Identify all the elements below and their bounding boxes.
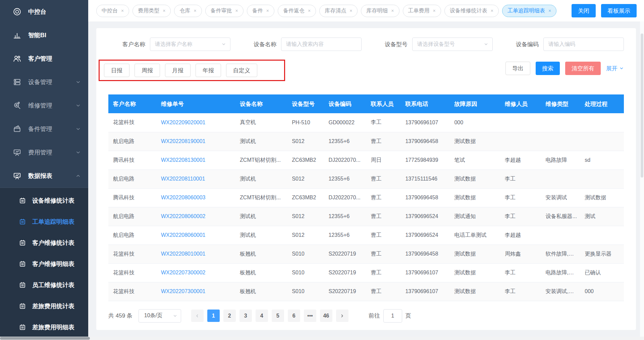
search-button[interactable]: 搜索: [536, 62, 560, 75]
close-tab-icon[interactable]: ×: [391, 8, 394, 13]
vertical-scrollbar[interactable]: [640, 21, 644, 337]
cell-order-no[interactable]: WX202208060001: [156, 226, 235, 245]
page-button-3[interactable]: 3: [239, 310, 252, 322]
sidebar-subitem-travel-expense-stats[interactable]: 差旅费用统计表: [0, 295, 88, 317]
sidebar-item-repair-mgmt[interactable]: 维修管理: [0, 94, 88, 117]
sidebar-item-smart-bi[interactable]: 智能BI: [0, 23, 88, 47]
clear-all-button[interactable]: 清空所有: [565, 62, 601, 75]
cell-repairer: 李工: [500, 207, 541, 226]
page-button-1[interactable]: 1: [207, 310, 220, 322]
sidebar-subitem-label: 客户维修明细表: [32, 260, 74, 268]
cell-contact: 曹工: [366, 169, 400, 188]
close-tab-icon[interactable]: ×: [308, 8, 311, 13]
sidebar-subitem-travel-expense-detail[interactable]: 差旅费用明细表: [0, 317, 88, 338]
report-period-button-1[interactable]: 周报: [135, 64, 160, 77]
expand-toggle[interactable]: 展开: [606, 65, 624, 72]
close-tab-icon[interactable]: ×: [235, 8, 238, 13]
sidebar-item-console[interactable]: 中控台: [0, 0, 88, 23]
cell-customer: 腾讯科技: [108, 188, 156, 207]
sidebar-subitem-device-repair-stats[interactable]: 设备维修统计表: [0, 190, 88, 211]
cell-order-no[interactable]: WX202207300001: [156, 282, 235, 301]
cell-order-no[interactable]: WX202208130001: [156, 151, 235, 169]
page-button-2[interactable]: 2: [223, 310, 236, 322]
sidebar-subitem-work-order-tracking[interactable]: 工单追踪明细表: [0, 211, 88, 232]
cell-order-no[interactable]: WX202207300002: [156, 263, 235, 282]
report-period-button-4[interactable]: 自定义: [226, 64, 257, 77]
cell-order-no[interactable]: WX202208060003: [156, 188, 235, 207]
tab-label: 备件返仓: [283, 7, 305, 14]
table-body: 花篮科技WX202209020001真空机PH-510GD000022李工137…: [108, 113, 624, 301]
cell-repair-type: [541, 169, 580, 188]
cell-process: 测试数据: [580, 188, 624, 207]
board-display-button[interactable]: 看板展示: [601, 4, 637, 17]
customer-name-select[interactable]: 请选择客户名称: [150, 38, 230, 51]
tab-chip[interactable]: 库存清点×: [319, 5, 358, 17]
chevron-down-icon: [484, 42, 488, 47]
cell-order-no[interactable]: WX202208060002: [156, 207, 235, 226]
cell-device-name: 真空机: [235, 113, 287, 132]
cell-order-no[interactable]: WX202208190001: [156, 132, 235, 151]
close-tab-icon[interactable]: ×: [163, 8, 165, 13]
tab-chip[interactable]: 备件审批×: [205, 5, 244, 17]
vertical-scrollbar-thumb[interactable]: [641, 33, 643, 178]
sidebar-subitem-customer-repair-stats[interactable]: 客户维修统计表: [0, 232, 88, 253]
more-pages-button[interactable]: •••: [304, 310, 316, 322]
close-tab-icon[interactable]: ×: [433, 8, 436, 13]
page-button-46[interactable]: 46: [320, 310, 332, 322]
page-button-6[interactable]: 6: [288, 310, 300, 322]
cell-contact: 曹工: [366, 188, 400, 207]
sidebar-subitem-staff-repair-stats[interactable]: 员工维修统计表: [0, 274, 88, 295]
device-name-input[interactable]: [281, 38, 362, 51]
filter-row: 客户名称请选择客户名称设备名称设备型号请选择设备型号设备编码: [108, 38, 624, 51]
page-size-select[interactable]: 10条/页: [139, 309, 181, 323]
next-page-button[interactable]: [336, 310, 348, 322]
cell-contact: 曹工: [366, 132, 400, 151]
close-tab-icon[interactable]: ×: [491, 8, 493, 13]
sidebar-item-device-mgmt[interactable]: 设备管理: [0, 70, 88, 94]
close-tab-icon[interactable]: ×: [194, 8, 196, 13]
tab-chip[interactable]: 备件返仓×: [278, 5, 316, 17]
report-period-button-3[interactable]: 年报: [196, 64, 221, 77]
cell-order-no[interactable]: WX202208010001: [156, 245, 235, 263]
tab-label: 设备维修统计表: [450, 7, 487, 14]
horizontal-scrollbar[interactable]: [0, 337, 644, 340]
cell-order-no[interactable]: WX202209020001: [156, 113, 235, 132]
sidebar-item-data-report[interactable]: 数据报表: [0, 164, 88, 188]
page-button-4[interactable]: 4: [256, 310, 268, 322]
close-button[interactable]: 关闭: [572, 4, 596, 17]
page-button-5[interactable]: 5: [272, 310, 284, 322]
cell-repairer: [500, 113, 541, 132]
tab-chip[interactable]: 设备维修统计表×: [444, 5, 499, 17]
prev-page-button[interactable]: [191, 310, 204, 322]
tab-chip[interactable]: 仓库×: [174, 5, 202, 17]
sidebar-item-expense-mgmt[interactable]: 费用管理: [0, 141, 88, 164]
tab-chip[interactable]: 中控台×: [96, 5, 129, 17]
report-period-button-0[interactable]: 日报: [104, 64, 129, 77]
tab-label: 备件: [252, 7, 263, 14]
report-period-button-2[interactable]: 月报: [165, 64, 191, 77]
cell-repair-type: 安装调试,开...: [541, 282, 580, 301]
export-button[interactable]: 导出: [505, 62, 530, 75]
tab-chip[interactable]: 库存明细×: [361, 5, 399, 17]
sidebar-subitem-customer-repair-detail[interactable]: 客户维修明细表: [0, 253, 88, 274]
horizontal-scrollbar-thumb[interactable]: [0, 337, 90, 340]
sidebar-item-parts-mgmt[interactable]: 备件管理: [0, 117, 88, 141]
cell-order-no[interactable]: WX202208110001: [156, 169, 235, 188]
tab-chip[interactable]: 费用类型×: [132, 5, 171, 17]
column-header-fault-reason: 故障原因: [449, 94, 500, 113]
device-model-select[interactable]: 请选择设备型号: [412, 38, 493, 51]
close-tab-icon[interactable]: ×: [548, 8, 551, 13]
column-header-contact: 联系人员: [366, 94, 400, 113]
device-mgmt-icon: [13, 78, 21, 86]
sidebar-item-customer-mgmt[interactable]: 客户管理: [0, 47, 88, 70]
close-tab-icon[interactable]: ×: [266, 8, 269, 13]
goto-page-input[interactable]: [383, 309, 402, 323]
tab-chip[interactable]: 工单追踪明细表×: [502, 5, 556, 17]
cell-repairer: 周炜鑫: [500, 245, 541, 263]
sidebar-subitem-label: 员工维修统计表: [32, 281, 74, 289]
close-tab-icon[interactable]: ×: [350, 8, 352, 13]
tab-chip[interactable]: 备件×: [247, 5, 274, 17]
device-code-input[interactable]: [543, 38, 624, 51]
tab-chip[interactable]: 工单费用×: [403, 5, 441, 17]
close-tab-icon[interactable]: ×: [121, 8, 124, 13]
